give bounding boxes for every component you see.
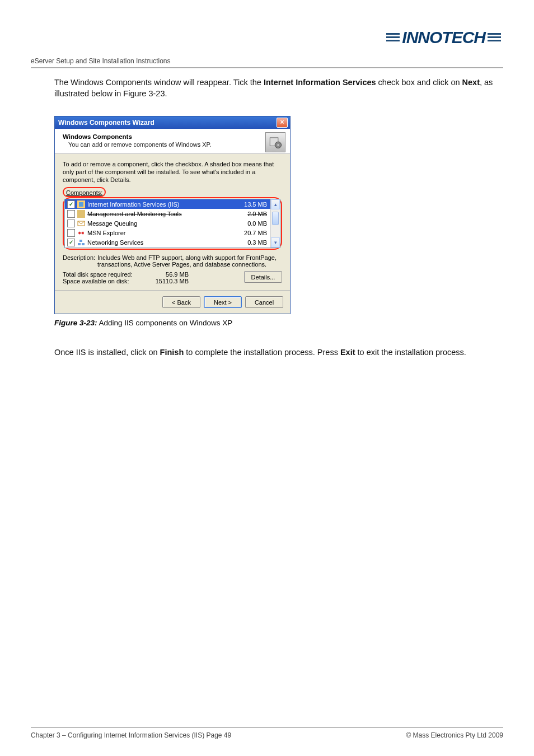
description-text: Includes Web and FTP support, along with… xyxy=(97,254,282,268)
svg-rect-5 xyxy=(77,210,85,218)
components-listbox[interactable]: Internet Information Services (IIS) 13.5… xyxy=(64,199,280,248)
figure-caption-text: Adding IIS components on Windows XP xyxy=(97,319,233,327)
svg-rect-4 xyxy=(79,202,83,207)
component-size: 0.0 MB xyxy=(233,220,268,227)
footer-left: Chapter 3 – Configuring Internet Informa… xyxy=(31,731,406,739)
document-page: INNOTECH eServer Setup and Site Installa… xyxy=(0,0,534,756)
next-button[interactable]: Next > xyxy=(204,296,242,308)
wizard-body: To add or remove a component, click the … xyxy=(55,154,290,290)
iis-icon xyxy=(77,200,85,208)
cancel-button[interactable]: Cancel xyxy=(245,296,283,308)
text-fragment: to exit the installation process. xyxy=(355,348,466,357)
component-name: Message Queuing xyxy=(87,220,233,227)
details-button[interactable]: Details... xyxy=(244,271,282,283)
component-name: Networking Services xyxy=(87,239,233,246)
component-name: Management and Monitoring Tools xyxy=(87,211,233,217)
bold-finish: Finish xyxy=(160,348,184,357)
windows-components-wizard: Windows Components Wizard × Windows Comp… xyxy=(54,116,291,314)
svg-rect-7 xyxy=(78,243,81,245)
text-fragment: Once IIS is installed, click on xyxy=(54,348,160,357)
checkbox-icon[interactable] xyxy=(67,200,75,208)
paragraph-intro: The Windows Components window will reapp… xyxy=(54,77,503,99)
component-size: 0.3 MB xyxy=(233,239,268,246)
scroll-thumb[interactable] xyxy=(271,209,280,237)
wizard-header-subtitle: You can add or remove components of Wind… xyxy=(68,141,282,148)
component-name: Internet Information Services (IIS) xyxy=(87,201,233,208)
list-item[interactable]: Internet Information Services (IIS) 13.5… xyxy=(65,199,270,209)
list-item[interactable]: Management and Monitoring Tools 2.0 MB xyxy=(65,209,270,218)
tools-icon xyxy=(77,210,85,218)
space-available-value: 15110.3 MB xyxy=(144,278,189,284)
brand-logo: INNOTECH xyxy=(384,28,503,47)
wizard-header: Windows Components You can add or remove… xyxy=(55,129,290,154)
description-block: Description: Includes Web and FTP suppor… xyxy=(63,254,282,268)
svg-point-2 xyxy=(277,144,279,146)
footer-rule xyxy=(31,727,503,728)
scrollbar[interactable] xyxy=(270,199,280,248)
figure-label: Figure 3-23: xyxy=(54,319,97,327)
text-fragment: check box and click on xyxy=(376,78,462,87)
wizard-header-title: Windows Components xyxy=(63,133,282,140)
page-footer: Chapter 3 – Configuring Internet Informa… xyxy=(31,724,503,739)
network-icon xyxy=(77,239,85,246)
component-size: 20.7 MB xyxy=(233,230,268,236)
space-required-value: 56.9 MB xyxy=(144,271,189,278)
checkbox-icon[interactable] xyxy=(67,229,75,237)
paragraph-finish: Once IIS is installed, click on Finish t… xyxy=(54,347,503,358)
list-item[interactable]: Message Queuing 0.0 MB xyxy=(65,218,270,228)
list-item[interactable]: MSN Explorer 20.7 MB xyxy=(65,228,270,237)
envelope-icon xyxy=(77,220,85,227)
scroll-up-icon[interactable] xyxy=(271,199,280,209)
annotation-oval-row: Internet Information Services (IIS) 13.5… xyxy=(63,197,282,250)
scroll-down-icon[interactable] xyxy=(271,237,280,248)
checkbox-icon[interactable] xyxy=(67,210,75,218)
space-available-label: Space available on disk: xyxy=(63,278,144,284)
close-icon[interactable]: × xyxy=(277,118,288,128)
wizard-footer: < Back Next > Cancel xyxy=(55,290,290,314)
brand-logo-text: INNOTECH xyxy=(402,28,485,46)
checkbox-icon[interactable] xyxy=(67,220,75,227)
back-button[interactable]: < Back xyxy=(162,296,200,308)
figure-caption: Figure 3-23: Adding IIS components on Wi… xyxy=(54,319,503,327)
description-label: Description: xyxy=(63,254,97,268)
text-fragment: The Windows Components window will reapp… xyxy=(54,78,264,87)
bold-next: Next xyxy=(462,78,480,87)
components-label: Components: xyxy=(66,189,102,196)
wizard-instruction-text: To add or remove a component, click the … xyxy=(63,161,282,184)
doc-title: eServer Setup and Site Installation Inst… xyxy=(31,57,503,65)
wizard-title: Windows Components Wizard xyxy=(57,119,277,127)
footer-right: © Mass Electronics Pty Ltd 2009 xyxy=(406,731,503,739)
text-fragment: to complete the installation process. Pr… xyxy=(184,348,340,357)
list-item[interactable]: Networking Services 0.3 MB xyxy=(65,237,270,247)
component-size: 13.5 MB xyxy=(233,201,268,208)
space-required-label: Total disk space required: xyxy=(63,271,144,278)
component-name: MSN Explorer xyxy=(87,230,233,236)
component-size: 2.0 MB xyxy=(233,211,268,217)
wizard-titlebar[interactable]: Windows Components Wizard × xyxy=(55,116,290,129)
svg-rect-9 xyxy=(79,240,82,242)
figure-container: Windows Components Wizard × Windows Comp… xyxy=(54,116,503,327)
bold-exit: Exit xyxy=(340,348,355,357)
msn-butterfly-icon xyxy=(77,229,85,237)
components-icon xyxy=(265,132,285,152)
content-area: The Windows Components window will reapp… xyxy=(54,77,503,358)
checkbox-icon[interactable] xyxy=(67,239,75,246)
header-rule xyxy=(31,67,503,68)
svg-rect-8 xyxy=(82,243,85,245)
components-rows: Internet Information Services (IIS) 13.5… xyxy=(65,199,270,248)
annotation-oval-components: Components: xyxy=(63,187,106,197)
bold-iis: Internet Information Services xyxy=(264,78,376,87)
disk-space-block: Total disk space required: 56.9 MB Space… xyxy=(63,271,282,284)
